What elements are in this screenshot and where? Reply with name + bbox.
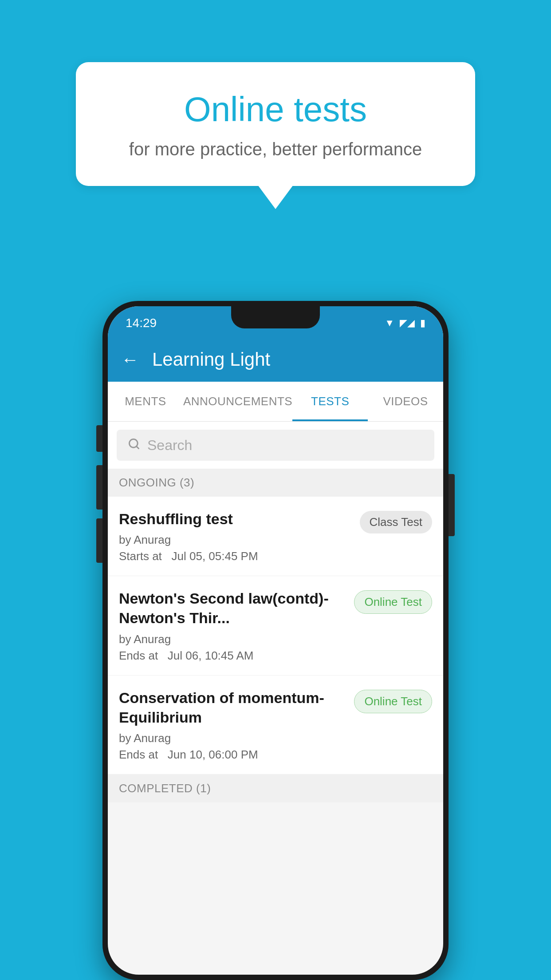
test-time-1: Starts at Jul 05, 05:45 PM bbox=[119, 549, 351, 563]
search-placeholder: Search bbox=[147, 437, 192, 454]
phone-screen: 14:29 ▼ ◤◢ ▮ ← Learning Light MENTS ANNO… bbox=[108, 306, 443, 975]
wifi-icon: ▼ bbox=[385, 317, 394, 329]
phone-button-power bbox=[449, 474, 455, 536]
ongoing-section-header: ONGOING (3) bbox=[108, 469, 443, 497]
test-name-1: Reshuffling test bbox=[119, 509, 351, 529]
phone-notch bbox=[231, 306, 320, 328]
bubble-subtitle: for more practice, better performance bbox=[107, 139, 444, 159]
tab-ments[interactable]: MENTS bbox=[108, 382, 183, 421]
test-item-1[interactable]: Reshuffling test by Anurag Starts at Jul… bbox=[108, 497, 443, 576]
test-item-2[interactable]: Newton's Second law(contd)-Newton's Thir… bbox=[108, 576, 443, 675]
app-bar: ← Learning Light bbox=[108, 337, 443, 382]
tabs-container: MENTS ANNOUNCEMENTS TESTS VIDEOS bbox=[108, 382, 443, 422]
phone-frame: 14:29 ▼ ◤◢ ▮ ← Learning Light MENTS ANNO… bbox=[102, 301, 449, 980]
test-author-2: by Anurag bbox=[119, 632, 345, 646]
speech-bubble: Online tests for more practice, better p… bbox=[76, 62, 475, 186]
tab-announcements[interactable]: ANNOUNCEMENTS bbox=[183, 382, 292, 421]
speech-bubble-container: Online tests for more practice, better p… bbox=[76, 62, 475, 186]
back-button[interactable]: ← bbox=[121, 350, 139, 370]
status-icons: ▼ ◤◢ ▮ bbox=[385, 317, 425, 329]
search-icon bbox=[128, 438, 140, 453]
search-container: Search bbox=[108, 422, 443, 469]
tests-list: Reshuffling test by Anurag Starts at Jul… bbox=[108, 497, 443, 775]
phone-button-volume-down bbox=[96, 465, 102, 510]
test-info-2: Newton's Second law(contd)-Newton's Thir… bbox=[119, 589, 345, 662]
search-bar[interactable]: Search bbox=[117, 430, 434, 461]
test-author-3: by Anurag bbox=[119, 731, 345, 745]
test-badge-3: Online Test bbox=[354, 690, 432, 713]
test-info-3: Conservation of momentum-Equilibrium by … bbox=[119, 688, 345, 762]
test-author-1: by Anurag bbox=[119, 533, 351, 547]
signal-icon: ◤◢ bbox=[400, 317, 415, 329]
phone-button-volume-down2 bbox=[96, 518, 102, 563]
app-title: Learning Light bbox=[152, 349, 270, 370]
tab-videos[interactable]: VIDEOS bbox=[368, 382, 443, 421]
test-name-3: Conservation of momentum-Equilibrium bbox=[119, 688, 345, 727]
test-name-2: Newton's Second law(contd)-Newton's Thir… bbox=[119, 589, 345, 628]
phone-button-volume-up bbox=[96, 425, 102, 452]
test-item-3[interactable]: Conservation of momentum-Equilibrium by … bbox=[108, 676, 443, 775]
test-badge-1: Class Test bbox=[360, 511, 432, 533]
test-time-2: Ends at Jul 06, 10:45 AM bbox=[119, 649, 345, 663]
bubble-title: Online tests bbox=[107, 89, 444, 130]
test-time-3: Ends at Jun 10, 06:00 PM bbox=[119, 748, 345, 762]
status-time: 14:29 bbox=[126, 316, 157, 330]
tab-tests[interactable]: TESTS bbox=[292, 382, 368, 421]
svg-line-1 bbox=[136, 446, 138, 448]
test-badge-2: Online Test bbox=[354, 590, 432, 614]
test-info-1: Reshuffling test by Anurag Starts at Jul… bbox=[119, 509, 351, 563]
battery-icon: ▮ bbox=[420, 317, 425, 329]
completed-section-header: COMPLETED (1) bbox=[108, 775, 443, 802]
